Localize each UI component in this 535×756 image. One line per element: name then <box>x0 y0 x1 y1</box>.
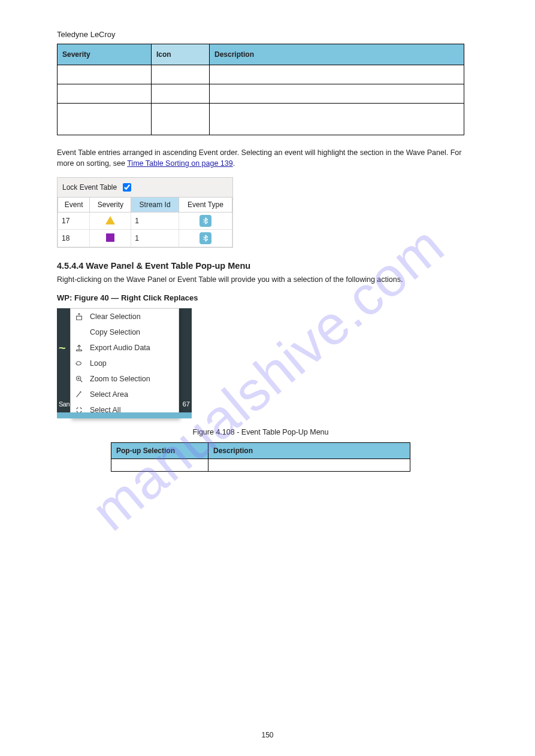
select-area-icon <box>74 390 84 399</box>
loop-icon <box>74 359 84 368</box>
menu-item-label: Zoom to Selection <box>90 375 150 383</box>
link-time-table-sorting[interactable]: Time Table Sorting on page 139 <box>127 159 233 168</box>
cell-desc <box>210 84 464 104</box>
table-row <box>58 84 464 104</box>
lock-col-severity[interactable]: Severity <box>90 198 131 212</box>
wave-right-text: 67 <box>183 400 190 408</box>
menu-item-label: Copy Selection <box>90 328 140 336</box>
menu-item-zoom-to-selection[interactable]: Zoom to Selection <box>71 371 179 387</box>
severity-header-col1: Severity <box>58 44 152 65</box>
table-row[interactable]: 17 1 <box>58 212 232 230</box>
paragraph-pre: Event Table entries arranged in ascendin… <box>57 148 461 168</box>
severity-icon <box>175 114 186 123</box>
paragraph-post: . <box>233 159 235 168</box>
menu-item-label: Export Audio Data <box>90 344 150 352</box>
page-title: Teledyne LeCroy <box>57 30 493 39</box>
cell-streamid: 1 <box>131 230 179 247</box>
popup-header-col1: Pop-up Selection <box>111 443 208 459</box>
intro-text: Right-clicking on the Wave Panel or Even… <box>57 274 464 285</box>
cell-icon <box>152 104 210 135</box>
severity-icon <box>175 69 186 78</box>
lock-event-table-checkbox[interactable] <box>123 183 131 192</box>
menu-item-label: Select Area <box>90 390 128 399</box>
cell-severity <box>90 230 131 247</box>
cell-severity <box>90 212 131 230</box>
section-heading-4544: 4.5.4.4 Wave Panel & Event Table Pop-up … <box>57 261 493 271</box>
context-menu: Clear Selection Copy Selection Export Au… <box>70 308 179 418</box>
copy-icon <box>74 327 84 337</box>
lock-event-table: Event Severity Stream Id Event Type 17 1 <box>58 197 232 247</box>
menu-item-clear-selection[interactable]: Clear Selection <box>71 309 179 324</box>
table-row <box>58 65 464 84</box>
subheading-figure40: WP: Figure 40 — Right Click Replaces <box>57 293 493 302</box>
severity-icon <box>175 88 186 98</box>
triangle-warning-icon <box>105 216 115 224</box>
cell-desc <box>210 65 464 84</box>
page-number: 150 <box>0 731 535 739</box>
paragraph-event-table: Event Table entries arranged in ascendin… <box>57 147 464 169</box>
cell-label <box>58 104 152 135</box>
waveform-squiggle: ~ <box>59 345 66 350</box>
popup-header-col2: Description <box>208 443 410 459</box>
menu-item-copy-selection[interactable]: Copy Selection <box>71 324 179 340</box>
cell-icon <box>152 65 210 84</box>
table-row <box>111 459 410 472</box>
lock-col-event[interactable]: Event <box>58 198 90 212</box>
zoom-icon <box>74 374 84 384</box>
lock-event-table-label: Lock Event Table <box>62 183 117 192</box>
bluetooth-icon <box>200 215 211 227</box>
cell-label <box>58 65 152 84</box>
menu-item-label: Clear Selection <box>90 312 141 321</box>
clear-selection-icon <box>74 312 84 321</box>
export-icon <box>74 343 84 353</box>
wave-panel-bottom-bar <box>57 412 192 418</box>
cell-label <box>58 84 152 104</box>
cell-event: 18 <box>58 230 90 247</box>
cell-icon <box>152 84 210 104</box>
popup-cell-1 <box>111 459 208 472</box>
figure-caption: Figure 4.108 - Event Table Pop-Up Menu <box>57 428 464 436</box>
cell-event: 17 <box>58 212 90 230</box>
popup-cell-2 <box>208 459 410 472</box>
context-menu-preview: ~ San 67 Clear Selection Copy Selection … <box>57 308 192 418</box>
square-severity-icon <box>106 233 114 242</box>
cell-streamid: 1 <box>131 212 179 230</box>
popup-selection-table: Pop-up Selection Description <box>111 442 410 472</box>
cell-eventtype <box>179 212 232 230</box>
severity-table: Severity Icon Description <box>57 44 464 135</box>
cell-desc <box>210 104 464 135</box>
severity-header-col2: Icon <box>152 44 210 65</box>
lock-col-eventtype[interactable]: Event Type <box>179 198 232 212</box>
severity-header-col3: Description <box>210 44 464 65</box>
bluetooth-icon <box>200 232 211 244</box>
menu-item-export-audio[interactable]: Export Audio Data <box>71 340 179 356</box>
lock-event-table-panel: Lock Event Table Event Severity Stream I… <box>57 177 233 248</box>
menu-item-select-area[interactable]: Select Area <box>71 387 179 402</box>
lock-col-streamid[interactable]: Stream Id <box>131 198 179 212</box>
menu-item-label: Loop <box>90 359 107 368</box>
cell-eventtype <box>179 230 232 247</box>
menu-item-loop[interactable]: Loop <box>71 356 179 371</box>
table-row[interactable]: 18 1 <box>58 230 232 247</box>
wave-left-text: San <box>59 400 69 408</box>
table-row <box>58 104 464 135</box>
